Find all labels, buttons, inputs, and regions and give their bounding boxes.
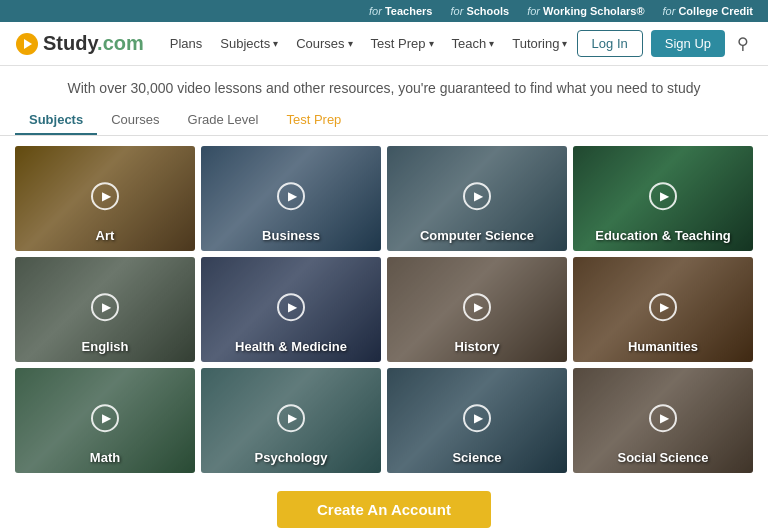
subject-card-health[interactable]: ▶ Health & Medicine [201, 257, 381, 362]
play-button: ▶ [649, 404, 677, 432]
nav-tutoring[interactable]: Tutoring ▾ [504, 32, 575, 55]
hero-description: With over 30,000 video lessons and other… [67, 80, 700, 96]
subject-label: Humanities [573, 339, 753, 354]
play-button: ▶ [91, 404, 119, 432]
subject-label: Math [15, 450, 195, 465]
subject-card-english[interactable]: ▶ English [15, 257, 195, 362]
signup-button[interactable]: Sign Up [651, 30, 725, 57]
subject-card-humanities[interactable]: ▶ Humanities [573, 257, 753, 362]
subject-label: Social Science [573, 450, 753, 465]
subject-label: English [15, 339, 195, 354]
subject-card-art[interactable]: ▶ Art [15, 146, 195, 251]
subject-label: Science [387, 450, 567, 465]
tab-test-prep[interactable]: Test Prep [272, 106, 355, 135]
subject-label: Education & Teaching [573, 228, 753, 243]
search-icon[interactable]: ⚲ [733, 30, 753, 57]
subject-label: Health & Medicine [201, 339, 381, 354]
subject-label: Business [201, 228, 381, 243]
main-nav: Study.com Plans Subjects ▾ Courses ▾ Tes… [0, 22, 768, 66]
play-button: ▶ [649, 293, 677, 321]
subject-card-social[interactable]: ▶ Social Science [573, 368, 753, 473]
subject-label: Psychology [201, 450, 381, 465]
subject-label: Computer Science [387, 228, 567, 243]
play-button: ▶ [277, 293, 305, 321]
nav-teach[interactable]: Teach ▾ [444, 32, 503, 55]
subject-card-history[interactable]: ▶ History [387, 257, 567, 362]
nav-testprep[interactable]: Test Prep ▾ [363, 32, 442, 55]
subject-card-education[interactable]: ▶ Education & Teaching [573, 146, 753, 251]
play-button: ▶ [463, 293, 491, 321]
nav-right: Log In Sign Up ⚲ [577, 30, 753, 57]
play-button: ▶ [91, 293, 119, 321]
top-bar: for Teachers for Schools for Working Sch… [0, 0, 768, 22]
create-account-button[interactable]: Create An Account [277, 491, 491, 528]
play-button: ▶ [463, 182, 491, 210]
login-button[interactable]: Log In [577, 30, 643, 57]
nav-links: Plans Subjects ▾ Courses ▾ Test Prep ▾ T… [162, 32, 577, 55]
subject-card-psychology[interactable]: ▶ Psychology [201, 368, 381, 473]
play-button: ▶ [463, 404, 491, 432]
tab-subjects[interactable]: Subjects [15, 106, 97, 135]
logo-icon [15, 32, 39, 56]
top-bar-link-teachers[interactable]: for Teachers [369, 5, 432, 17]
nav-subjects[interactable]: Subjects ▾ [212, 32, 286, 55]
top-bar-link-college[interactable]: for College Credit [663, 5, 753, 17]
cta-area: Create An Account [0, 473, 768, 530]
subject-card-business[interactable]: ▶ Business [201, 146, 381, 251]
nav-courses[interactable]: Courses ▾ [288, 32, 360, 55]
tab-grade-level[interactable]: Grade Level [174, 106, 273, 135]
logo[interactable]: Study.com [15, 32, 144, 56]
top-bar-link-working[interactable]: for Working Scholars® [527, 5, 644, 17]
play-button: ▶ [649, 182, 677, 210]
logo-text: Study.com [43, 32, 144, 55]
subject-card-cs[interactable]: ▶ Computer Science [387, 146, 567, 251]
play-button: ▶ [91, 182, 119, 210]
subject-label: Art [15, 228, 195, 243]
play-button: ▶ [277, 404, 305, 432]
hero-text: With over 30,000 video lessons and other… [0, 66, 768, 102]
subject-card-science[interactable]: ▶ Science [387, 368, 567, 473]
subject-card-math[interactable]: ▶ Math [15, 368, 195, 473]
nav-plans[interactable]: Plans [162, 32, 211, 55]
subject-label: History [387, 339, 567, 354]
tab-courses[interactable]: Courses [97, 106, 173, 135]
subjects-grid: ▶ Art ▶ Business ▶ Computer Science ▶ Ed… [0, 146, 768, 473]
subject-tabs: Subjects Courses Grade Level Test Prep [0, 102, 768, 136]
top-bar-link-schools[interactable]: for Schools [450, 5, 509, 17]
play-button: ▶ [277, 182, 305, 210]
